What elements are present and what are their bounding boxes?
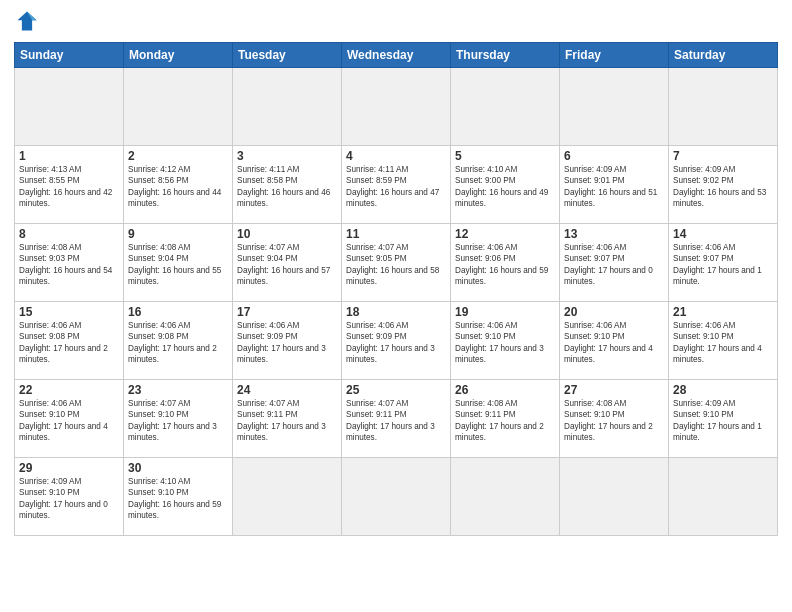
- calendar-cell: 6Sunrise: 4:09 AMSunset: 9:01 PMDaylight…: [560, 146, 669, 224]
- calendar-cell: 9Sunrise: 4:08 AMSunset: 9:04 PMDaylight…: [124, 224, 233, 302]
- day-header-friday: Friday: [560, 43, 669, 68]
- day-info: Sunrise: 4:06 AMSunset: 9:10 PMDaylight:…: [673, 320, 773, 366]
- svg-marker-0: [17, 11, 36, 30]
- day-number: 18: [346, 305, 446, 319]
- calendar-cell: 4Sunrise: 4:11 AMSunset: 8:59 PMDaylight…: [342, 146, 451, 224]
- day-info: Sunrise: 4:06 AMSunset: 9:07 PMDaylight:…: [673, 242, 773, 288]
- day-number: 16: [128, 305, 228, 319]
- day-number: 8: [19, 227, 119, 241]
- week-row-3: 15Sunrise: 4:06 AMSunset: 9:08 PMDayligh…: [15, 302, 778, 380]
- day-number: 20: [564, 305, 664, 319]
- calendar-cell: 29Sunrise: 4:09 AMSunset: 9:10 PMDayligh…: [15, 458, 124, 536]
- day-info: Sunrise: 4:09 AMSunset: 9:10 PMDaylight:…: [19, 476, 119, 522]
- day-info: Sunrise: 4:08 AMSunset: 9:10 PMDaylight:…: [564, 398, 664, 444]
- day-info: Sunrise: 4:08 AMSunset: 9:03 PMDaylight:…: [19, 242, 119, 288]
- day-number: 10: [237, 227, 337, 241]
- day-number: 6: [564, 149, 664, 163]
- week-row-0: [15, 68, 778, 146]
- day-info: Sunrise: 4:09 AMSunset: 9:10 PMDaylight:…: [673, 398, 773, 444]
- day-number: 19: [455, 305, 555, 319]
- calendar-cell: [451, 68, 560, 146]
- calendar-cell: 15Sunrise: 4:06 AMSunset: 9:08 PMDayligh…: [15, 302, 124, 380]
- day-info: Sunrise: 4:06 AMSunset: 9:06 PMDaylight:…: [455, 242, 555, 288]
- day-header-sunday: Sunday: [15, 43, 124, 68]
- day-info: Sunrise: 4:08 AMSunset: 9:04 PMDaylight:…: [128, 242, 228, 288]
- calendar-cell: 17Sunrise: 4:06 AMSunset: 9:09 PMDayligh…: [233, 302, 342, 380]
- day-info: Sunrise: 4:06 AMSunset: 9:08 PMDaylight:…: [128, 320, 228, 366]
- day-info: Sunrise: 4:13 AMSunset: 8:55 PMDaylight:…: [19, 164, 119, 210]
- calendar-cell: 2Sunrise: 4:12 AMSunset: 8:56 PMDaylight…: [124, 146, 233, 224]
- calendar-cell: 10Sunrise: 4:07 AMSunset: 9:04 PMDayligh…: [233, 224, 342, 302]
- day-info: Sunrise: 4:10 AMSunset: 9:10 PMDaylight:…: [128, 476, 228, 522]
- day-number: 9: [128, 227, 228, 241]
- day-number: 21: [673, 305, 773, 319]
- calendar-cell: 21Sunrise: 4:06 AMSunset: 9:10 PMDayligh…: [669, 302, 778, 380]
- week-row-1: 1Sunrise: 4:13 AMSunset: 8:55 PMDaylight…: [15, 146, 778, 224]
- day-number: 15: [19, 305, 119, 319]
- calendar-cell: 11Sunrise: 4:07 AMSunset: 9:05 PMDayligh…: [342, 224, 451, 302]
- calendar-table: SundayMondayTuesdayWednesdayThursdayFrid…: [14, 42, 778, 536]
- logo: [14, 10, 38, 36]
- calendar-cell: [15, 68, 124, 146]
- day-info: Sunrise: 4:06 AMSunset: 9:09 PMDaylight:…: [346, 320, 446, 366]
- calendar-cell: [233, 68, 342, 146]
- day-info: Sunrise: 4:06 AMSunset: 9:09 PMDaylight:…: [237, 320, 337, 366]
- calendar-cell: 19Sunrise: 4:06 AMSunset: 9:10 PMDayligh…: [451, 302, 560, 380]
- day-header-thursday: Thursday: [451, 43, 560, 68]
- day-info: Sunrise: 4:06 AMSunset: 9:10 PMDaylight:…: [455, 320, 555, 366]
- day-info: Sunrise: 4:11 AMSunset: 8:58 PMDaylight:…: [237, 164, 337, 210]
- day-header-monday: Monday: [124, 43, 233, 68]
- day-number: 26: [455, 383, 555, 397]
- calendar-cell: 22Sunrise: 4:06 AMSunset: 9:10 PMDayligh…: [15, 380, 124, 458]
- day-info: Sunrise: 4:10 AMSunset: 9:00 PMDaylight:…: [455, 164, 555, 210]
- day-info: Sunrise: 4:06 AMSunset: 9:08 PMDaylight:…: [19, 320, 119, 366]
- day-number: 28: [673, 383, 773, 397]
- page: SundayMondayTuesdayWednesdayThursdayFrid…: [0, 0, 792, 612]
- calendar-cell: 24Sunrise: 4:07 AMSunset: 9:11 PMDayligh…: [233, 380, 342, 458]
- calendar-cell: 26Sunrise: 4:08 AMSunset: 9:11 PMDayligh…: [451, 380, 560, 458]
- calendar-cell: [451, 458, 560, 536]
- calendar-cell: [124, 68, 233, 146]
- week-row-5: 29Sunrise: 4:09 AMSunset: 9:10 PMDayligh…: [15, 458, 778, 536]
- day-number: 13: [564, 227, 664, 241]
- day-number: 22: [19, 383, 119, 397]
- calendar-cell: 23Sunrise: 4:07 AMSunset: 9:10 PMDayligh…: [124, 380, 233, 458]
- calendar-cell: 30Sunrise: 4:10 AMSunset: 9:10 PMDayligh…: [124, 458, 233, 536]
- header: [14, 10, 778, 36]
- calendar-cell: 28Sunrise: 4:09 AMSunset: 9:10 PMDayligh…: [669, 380, 778, 458]
- day-info: Sunrise: 4:06 AMSunset: 9:07 PMDaylight:…: [564, 242, 664, 288]
- calendar-cell: [233, 458, 342, 536]
- header-row: SundayMondayTuesdayWednesdayThursdayFrid…: [15, 43, 778, 68]
- logo-icon: [16, 10, 38, 32]
- day-info: Sunrise: 4:07 AMSunset: 9:10 PMDaylight:…: [128, 398, 228, 444]
- week-row-2: 8Sunrise: 4:08 AMSunset: 9:03 PMDaylight…: [15, 224, 778, 302]
- week-row-4: 22Sunrise: 4:06 AMSunset: 9:10 PMDayligh…: [15, 380, 778, 458]
- calendar-cell: [669, 458, 778, 536]
- calendar-cell: [342, 68, 451, 146]
- day-info: Sunrise: 4:07 AMSunset: 9:11 PMDaylight:…: [237, 398, 337, 444]
- day-info: Sunrise: 4:09 AMSunset: 9:01 PMDaylight:…: [564, 164, 664, 210]
- day-number: 29: [19, 461, 119, 475]
- day-number: 1: [19, 149, 119, 163]
- day-number: 25: [346, 383, 446, 397]
- day-number: 24: [237, 383, 337, 397]
- calendar-cell: 27Sunrise: 4:08 AMSunset: 9:10 PMDayligh…: [560, 380, 669, 458]
- day-number: 27: [564, 383, 664, 397]
- calendar-cell: 1Sunrise: 4:13 AMSunset: 8:55 PMDaylight…: [15, 146, 124, 224]
- calendar-cell: 5Sunrise: 4:10 AMSunset: 9:00 PMDaylight…: [451, 146, 560, 224]
- day-header-tuesday: Tuesday: [233, 43, 342, 68]
- calendar-cell: 16Sunrise: 4:06 AMSunset: 9:08 PMDayligh…: [124, 302, 233, 380]
- day-number: 23: [128, 383, 228, 397]
- day-number: 4: [346, 149, 446, 163]
- calendar-cell: [560, 68, 669, 146]
- calendar-cell: 18Sunrise: 4:06 AMSunset: 9:09 PMDayligh…: [342, 302, 451, 380]
- day-number: 5: [455, 149, 555, 163]
- calendar-cell: 3Sunrise: 4:11 AMSunset: 8:58 PMDaylight…: [233, 146, 342, 224]
- calendar-cell: 7Sunrise: 4:09 AMSunset: 9:02 PMDaylight…: [669, 146, 778, 224]
- day-info: Sunrise: 4:12 AMSunset: 8:56 PMDaylight:…: [128, 164, 228, 210]
- calendar-cell: 12Sunrise: 4:06 AMSunset: 9:06 PMDayligh…: [451, 224, 560, 302]
- day-info: Sunrise: 4:06 AMSunset: 9:10 PMDaylight:…: [564, 320, 664, 366]
- day-info: Sunrise: 4:09 AMSunset: 9:02 PMDaylight:…: [673, 164, 773, 210]
- calendar-cell: 8Sunrise: 4:08 AMSunset: 9:03 PMDaylight…: [15, 224, 124, 302]
- day-info: Sunrise: 4:07 AMSunset: 9:11 PMDaylight:…: [346, 398, 446, 444]
